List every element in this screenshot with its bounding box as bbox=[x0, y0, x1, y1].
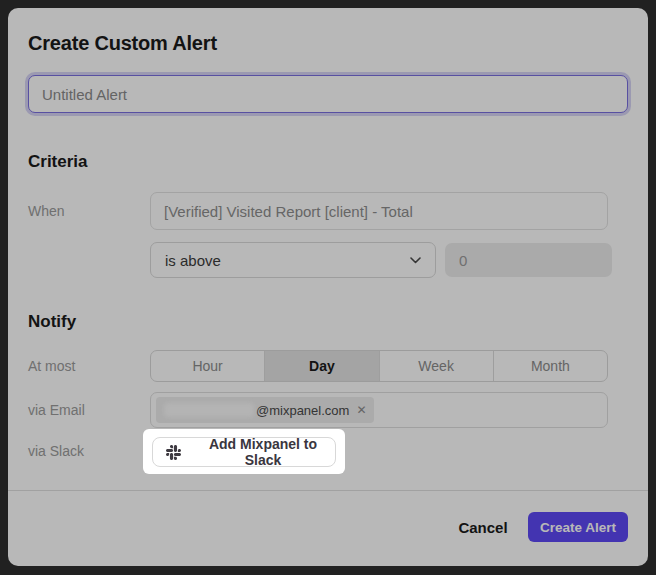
via-slack-label: via Slack bbox=[28, 429, 84, 474]
create-alert-button[interactable]: Create Alert bbox=[528, 512, 628, 542]
segment-day[interactable]: Day bbox=[264, 351, 378, 381]
via-email-label: via Email bbox=[28, 392, 85, 428]
operator-select[interactable]: is above bbox=[150, 242, 436, 278]
email-recipients-input[interactable]: @mixpanel.com ✕ bbox=[150, 392, 608, 428]
notify-heading: Notify bbox=[28, 312, 76, 332]
redacted-email-username bbox=[164, 403, 254, 417]
frequency-segmented-control: Hour Day Week Month bbox=[150, 350, 608, 382]
remove-email-icon[interactable]: ✕ bbox=[356, 404, 366, 416]
cancel-button[interactable]: Cancel bbox=[443, 512, 523, 542]
create-custom-alert-dialog: Create Custom Alert Criteria When is abo… bbox=[8, 8, 648, 566]
screen: Create Custom Alert Criteria When is abo… bbox=[0, 0, 656, 575]
slack-spotlight: Add Mixpanel to Slack bbox=[143, 429, 345, 474]
page-title: Create Custom Alert bbox=[28, 32, 217, 55]
segment-week[interactable]: Week bbox=[379, 351, 493, 381]
slack-button-label: Add Mixpanel to Slack bbox=[191, 436, 335, 468]
operator-selected-value: is above bbox=[165, 252, 221, 269]
segment-hour[interactable]: Hour bbox=[151, 351, 264, 381]
at-most-label: At most bbox=[28, 350, 75, 382]
footer-divider bbox=[8, 490, 648, 491]
slack-icon bbox=[166, 445, 181, 460]
add-mixpanel-to-slack-button[interactable]: Add Mixpanel to Slack bbox=[152, 437, 336, 467]
segment-month[interactable]: Month bbox=[493, 351, 607, 381]
email-domain-text: @mixpanel.com bbox=[256, 403, 349, 418]
criteria-heading: Criteria bbox=[28, 152, 88, 172]
when-label: When bbox=[28, 192, 65, 230]
chevron-down-icon bbox=[410, 257, 421, 264]
metric-input[interactable] bbox=[150, 192, 608, 230]
email-chip: @mixpanel.com ✕ bbox=[156, 397, 374, 423]
alert-name-input[interactable] bbox=[28, 75, 628, 113]
threshold-input[interactable] bbox=[445, 243, 612, 277]
